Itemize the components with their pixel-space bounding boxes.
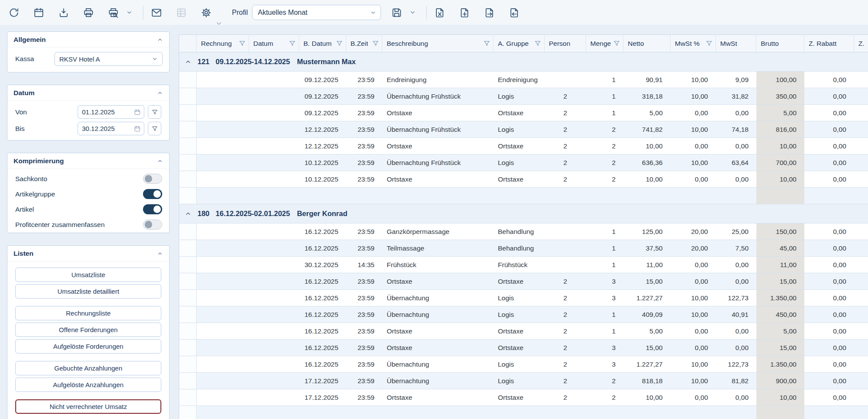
column-header-b_zeit[interactable]: B.Zeit (346, 35, 382, 52)
email-button[interactable] (150, 7, 163, 19)
button-rechnungsliste[interactable]: Rechnungsliste (15, 306, 161, 320)
column-header-person[interactable]: Person (545, 35, 586, 52)
table-row[interactable]: 09.12.202523:59Übernachtung FrühstückLog… (179, 88, 868, 105)
filter-icon[interactable] (534, 40, 541, 47)
table-row[interactable]: 16.12.202523:59ÜbernachtungLogis21409,09… (179, 306, 868, 323)
panel-komprimierung-header[interactable]: Komprimierung (7, 153, 169, 169)
column-header-z_extra[interactable]: Z. (854, 35, 868, 52)
filter-icon[interactable] (372, 40, 379, 47)
group-header-row[interactable]: 18016.12.2025-02.01.2025Berger Konrad (179, 204, 868, 223)
cell-z_extra (854, 121, 868, 137)
von-filter-button[interactable] (148, 105, 161, 119)
panel-allgemein-header[interactable]: Allgemein (7, 32, 169, 48)
column-header-brutto[interactable]: Brutto (756, 35, 804, 52)
table-row[interactable]: 16.12.202523:59OrtstaxeOrtstaxe2315,000,… (179, 273, 868, 290)
file-export-icon (484, 7, 495, 18)
cell-z_extra (854, 240, 868, 256)
toggle-sachkonto[interactable] (143, 174, 162, 184)
cell-z_extra (854, 171, 868, 187)
filter-icon[interactable] (289, 40, 296, 47)
table-row[interactable]: 16.12.202523:59OrtstaxeOrtstaxe215,000,0… (179, 323, 868, 340)
kassa-select[interactable]: RKSV Hotel A (54, 52, 163, 66)
cell-b_datum (299, 188, 346, 204)
print-options-button[interactable] (126, 7, 133, 19)
file-import-button[interactable] (508, 7, 521, 19)
column-header-rechnung[interactable]: Rechnung (197, 35, 249, 52)
cell-beschreibung: Ortstaxe (382, 105, 494, 121)
collapse-group-icon[interactable] (185, 58, 191, 65)
cell-brutto: 11,00 (756, 257, 804, 273)
settings-button[interactable] (200, 7, 212, 19)
table-row[interactable]: 16.12.202523:59OrtstaxeOrtstaxe2315,000,… (179, 340, 868, 356)
filter-icon[interactable] (705, 40, 713, 47)
export-excel-button[interactable] (434, 7, 446, 19)
table-row[interactable]: 12.12.202523:59Übernachtung FrühstückLog… (179, 121, 868, 138)
filter-icon[interactable] (336, 40, 343, 47)
table-row[interactable]: 16.12.202523:59TeilmassageBehandlung137,… (179, 240, 868, 257)
table-row[interactable]: 12.12.202523:59OrtstaxeOrtstaxe2210,000,… (179, 138, 868, 155)
cell-beschreibung: Ortstaxe (382, 171, 494, 187)
table-row[interactable] (179, 406, 868, 419)
filter-icon[interactable] (483, 40, 490, 47)
toggle-artikelgruppe[interactable] (143, 189, 162, 199)
refresh-button[interactable] (8, 7, 20, 19)
button-aufgelöste-forderungen[interactable]: Aufgelöste Forderungen (15, 339, 161, 354)
button-gebuchte-anzahlungen[interactable]: Gebuchte Anzahlungen (15, 361, 161, 375)
button-nicht-verrechneter-umsatz[interactable]: Nicht verrechneter Umsatz (15, 399, 161, 414)
von-date-value: 01.12.2025 (82, 108, 115, 116)
column-header-b_datum[interactable]: B. Datum (299, 35, 346, 52)
column-header-z_rabatt[interactable]: Z. Rabatt (804, 35, 854, 52)
table-row[interactable]: 09.12.202523:59OrtstaxeOrtstaxe215,000,0… (179, 105, 868, 121)
table-row[interactable]: 30.12.202514:35FrühstückFrühstück111,000… (179, 257, 868, 273)
grid-toolbar-collapse-chevron-icon[interactable] (215, 20, 223, 27)
toggle-row: Sachkonto (7, 172, 169, 186)
cell-b_datum: 12.12.2025 (299, 138, 346, 154)
cell-mwst_prozent: 10,00 (671, 155, 716, 171)
table-row[interactable]: 17.12.202523:59OrtstaxeOrtstaxe2210,000,… (179, 389, 868, 406)
button-aufgelöste-anzahlungen[interactable]: Aufgelöste Anzahlungen (15, 378, 161, 392)
column-header-netto[interactable]: Netto (623, 35, 671, 52)
bis-date-input[interactable]: 30.12.2025 (78, 122, 144, 135)
column-header-mwst[interactable]: MwSt (716, 35, 756, 52)
calendar-button[interactable] (33, 7, 45, 19)
save-button[interactable] (391, 7, 403, 19)
column-header-mwst_prozent[interactable]: MwSt % (671, 35, 716, 52)
table-row[interactable]: 16.12.202523:59GanzkörpermassageBehandlu… (179, 223, 868, 240)
button-offene-forderungen[interactable]: Offene Forderungen (15, 323, 161, 337)
table-row[interactable] (179, 188, 868, 204)
download-button[interactable] (58, 7, 70, 19)
group-header-row[interactable]: 12109.12.2025-14.12.2025Mustermann Max (179, 52, 868, 72)
table-row[interactable]: 16.12.202523:59ÜbernachtungLogis231.227,… (179, 356, 868, 373)
panel-listen-header[interactable]: Listen (7, 246, 169, 261)
save-options-button[interactable] (409, 7, 416, 19)
table-row[interactable]: 16.12.202523:59ÜbernachtungLogis231.227,… (179, 290, 868, 306)
print-button[interactable] (82, 7, 95, 19)
bis-filter-button[interactable] (148, 122, 161, 135)
cell-b_zeit: 23:59 (346, 138, 382, 154)
von-date-input[interactable]: 01.12.2025 (78, 105, 144, 119)
cell-b_datum: 12.12.2025 (299, 121, 346, 137)
collapse-group-icon[interactable] (185, 210, 191, 217)
filter-icon[interactable] (613, 40, 620, 47)
profile-select[interactable]: Aktuelles Monat (252, 5, 381, 20)
table-row[interactable]: 17.12.202523:59ÜbernachtungLogis22818,18… (179, 373, 868, 389)
toggle-artikel[interactable] (143, 204, 162, 214)
file-add-button[interactable] (459, 7, 471, 19)
print-preview-button[interactable] (107, 7, 119, 19)
cell-z_rabatt: 0,00 (804, 88, 854, 104)
toggle-profitcenter-zusammenfassen[interactable] (143, 220, 162, 230)
table-row[interactable]: 10.12.202523:59OrtstaxeOrtstaxe2210,000,… (179, 171, 868, 188)
table-row[interactable]: 09.12.202523:59EndreinigungEndreinigung1… (179, 72, 868, 88)
button-umsatzliste-detailliert[interactable]: Umsatzliste detailliert (15, 284, 161, 299)
file-export-button[interactable] (483, 7, 496, 19)
column-header-datum[interactable]: Datum (249, 35, 299, 52)
filter-icon[interactable] (238, 40, 246, 47)
column-header-menge[interactable]: Menge (586, 35, 623, 52)
toolbar-divider (143, 6, 143, 20)
column-header-a_gruppe[interactable]: A. Gruppe (494, 35, 545, 52)
cell-menge: 1 (586, 72, 623, 88)
panel-datum-header[interactable]: Datum (7, 85, 169, 101)
column-header-beschreibung[interactable]: Beschreibung (382, 35, 494, 52)
table-row[interactable]: 10.12.202523:59Übernachtung FrühstückLog… (179, 155, 868, 171)
button-umsatzliste[interactable]: Umsatzliste (15, 268, 161, 282)
